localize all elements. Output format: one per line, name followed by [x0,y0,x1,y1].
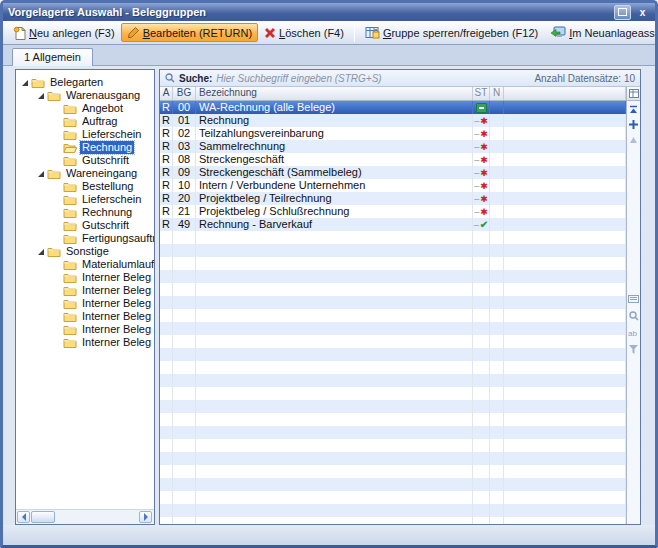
search-bar[interactable]: Suche: Hier Suchbegriff eingeben (STRG+S… [160,70,640,87]
scroll-up-icon[interactable] [627,133,640,146]
cell-bg [173,374,196,387]
cell-filler [504,452,626,465]
cell-bg: 03 [173,140,196,153]
document-groups-grid-panel: Suche: Hier Suchbegriff eingeben (STRG+S… [159,69,641,525]
expander-icon[interactable] [36,247,45,256]
toolbar-button-label: Gruppe sperren/freigeben (F12) [383,27,538,39]
tree-item-interner-beleg-3-pps[interactable]: Interner Beleg 3 (PPS) [16,310,154,323]
cell-bezeichnung [196,322,473,335]
tree-item-fertigungsauftrag-pps[interactable]: Fertigungsauftrag (PPS) [16,232,154,245]
cell-n [490,231,504,244]
tab-allgemein[interactable]: 1 Allgemein [12,48,93,66]
column-chooser-icon[interactable] [627,87,640,101]
text-search-icon[interactable]: ab [627,326,640,339]
column-header-st[interactable]: ST [473,87,490,100]
tab-strip: 1 Allgemein [3,45,655,66]
column-header-bg[interactable]: BG [173,87,196,100]
cell-n [490,244,504,257]
cell-bezeichnung [196,478,473,491]
cell-n [490,517,504,524]
tree-item-gutschrift[interactable]: Gutschrift [16,154,154,167]
tree-item-lieferschein[interactable]: Lieferschein [16,193,154,206]
cell-bg [173,439,196,452]
cell-bg: 01 [173,114,196,127]
löschen-f4-button[interactable]: Löschen (F4) [258,23,350,42]
restore-window-icon[interactable] [614,5,631,20]
grid-header-row[interactable]: ABGBezeichnungSTN [160,87,626,101]
cell-a: R [160,127,173,140]
cell-filler [504,374,626,387]
cell-st [473,517,490,524]
cell-filler [504,153,626,166]
jump-to-top-icon[interactable] [627,103,640,116]
cell-bezeichnung [196,244,473,257]
bearbeiten-return-button[interactable]: Bearbeiten (RETURN) [121,23,258,42]
expander-icon[interactable] [36,91,45,100]
column-header-n[interactable]: N [490,87,504,100]
column-header-a[interactable]: A [160,87,173,100]
tree-item-rechnung[interactable]: Rechnung [16,206,154,219]
folder-icon [31,77,45,88]
close-window-icon[interactable]: x [635,6,650,19]
filter-icon[interactable] [627,343,640,356]
im-neuanlageassistent-anzeigen-sperren-button[interactable]: Im Neuanlageassistent anzeigen/sperren [544,23,658,42]
table-row-empty [160,244,626,257]
cell-n [490,166,504,179]
table-row[interactable]: R20Projektbeleg / Teilrechnung–✱ [160,192,626,205]
tree-item-interner-beleg-2-pps[interactable]: Interner Beleg 2 (PPS) [16,297,154,310]
tree-item-interner-beleg-1-pps[interactable]: Interner Beleg 1 (PPS) [16,284,154,297]
cell-n [490,140,504,153]
expander-icon[interactable] [36,169,45,178]
tree-item-interner-beleg-5-pps[interactable]: Interner Beleg 5 (PPS) [16,336,154,349]
cell-a [160,439,173,452]
cell-a [160,504,173,517]
tree-item-interner-beleg[interactable]: Interner Beleg [16,271,154,284]
table-row[interactable]: R10Intern / Verbundene Unternehmen–✱ [160,179,626,192]
cell-a [160,335,173,348]
column-header-bezeichnung[interactable]: Bezeichnung [196,87,473,100]
tree-item-lieferschein[interactable]: Lieferschein [16,128,154,141]
table-row-empty [160,361,626,374]
table-row[interactable]: R08Streckengeschäft–✱ [160,153,626,166]
tree-item-warenausgang[interactable]: Warenausgang [16,89,154,102]
table-row[interactable]: R21Projektbeleg / Schlußrechnung–✱ [160,205,626,218]
tree-item-interner-beleg-4-pps[interactable]: Interner Beleg 4 (PPS) [16,323,154,336]
new-document-icon [13,26,26,40]
tree-item-gutschrift[interactable]: Gutschrift [16,219,154,232]
folder-icon [63,272,77,283]
tree-item-label: Gutschrift [80,219,131,232]
tree-item-belegarten[interactable]: Belegarten [16,76,154,89]
scroll-right-icon[interactable] [139,511,152,523]
magnifier-icon[interactable] [627,309,640,322]
tree-item-label: Rechnung [80,141,134,154]
table-row[interactable]: R02Teilzahlungsvereinbarung–✱ [160,127,626,140]
table-row[interactable]: R00WA-Rechnung (alle Belege) [160,101,626,114]
cell-n [490,413,504,426]
navigate-icon[interactable] [627,118,640,131]
table-row[interactable]: R03Sammelrechnung–✱ [160,140,626,153]
table-row[interactable]: R49Rechnung - Barverkauf–✔ [160,218,626,231]
tree-item-materialumlauf-reparatur[interactable]: Materialumlauf/Reparatur [16,258,154,271]
search-input[interactable]: Hier Suchbegriff eingeben (STRG+S) [216,73,530,84]
folder-icon [63,324,77,335]
tree-item-wareneingang[interactable]: Wareneingang [16,167,154,180]
tree-item-sonstige[interactable]: Sonstige [16,245,154,258]
scroll-left-icon[interactable] [17,511,30,523]
titlebar[interactable]: Vorgelagerte Auswahl - Beleggruppen x [3,3,655,21]
tree-horizontal-scrollbar[interactable] [16,509,154,524]
cell-a [160,348,173,361]
expander-icon[interactable] [20,78,29,87]
tree-item-rechnung[interactable]: Rechnung [16,141,154,154]
neu-anlegen-f3-button[interactable]: Neu anlegen (F3) [7,23,121,42]
table-row[interactable]: R01Rechnung–✱ [160,114,626,127]
tree-item-bestellung[interactable]: Bestellung [16,180,154,193]
keyboard-icon[interactable] [627,292,640,305]
table-row[interactable]: R09Streckengeschäft (Sammelbeleg)–✱ [160,166,626,179]
gruppe-sperren-freigeben-f12-button[interactable]: Gruppe sperren/freigeben (F12) [359,23,544,42]
wizard-icon [550,26,566,39]
tree-item-auftrag[interactable]: Auftrag [16,115,154,128]
tree-item-angebot[interactable]: Angebot [16,102,154,115]
scrollbar-thumb[interactable] [31,511,55,523]
folder-open-icon [63,142,77,153]
cell-filler [504,296,626,309]
